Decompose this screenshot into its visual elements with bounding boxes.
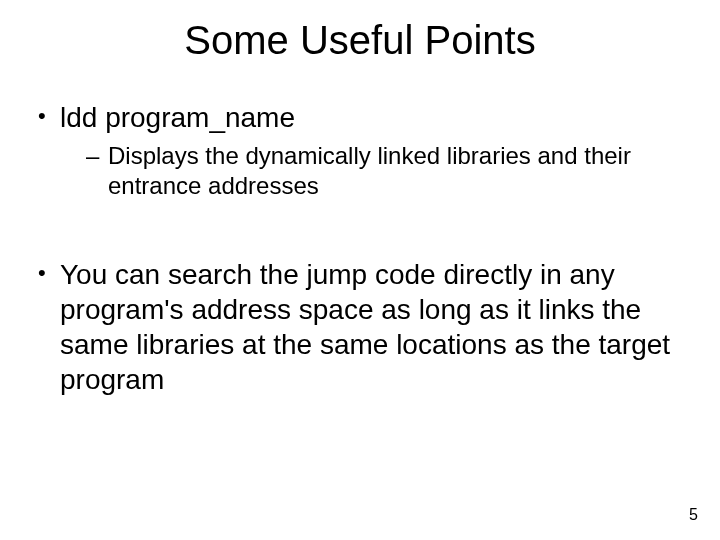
page-number: 5 [689, 506, 698, 524]
bullet-item-2: You can search the jump code directly in… [38, 257, 680, 397]
bullet-subitem-1: Displays the dynamically linked librarie… [38, 141, 680, 201]
slide: Some Useful Points ldd program_name Disp… [0, 0, 720, 540]
slide-title: Some Useful Points [0, 18, 720, 63]
spacer [38, 201, 680, 257]
bullet-item-1: ldd program_name [38, 100, 680, 135]
slide-body: ldd program_name Displays the dynamicall… [38, 100, 680, 403]
